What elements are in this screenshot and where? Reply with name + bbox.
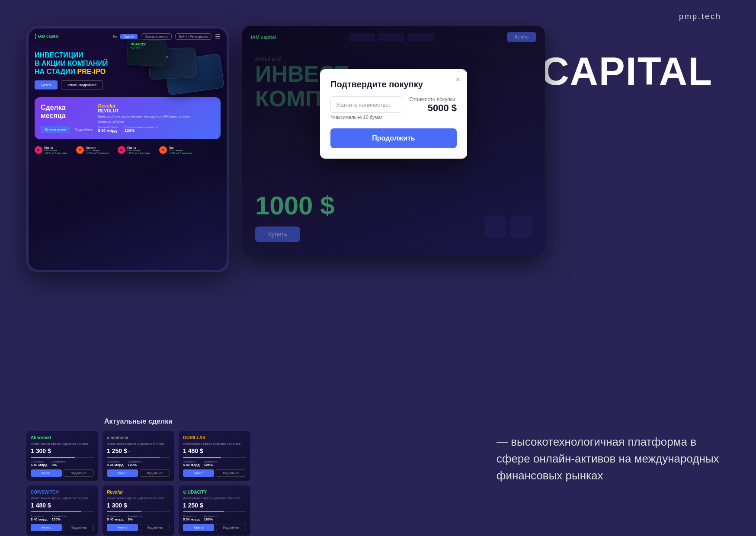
- ticker-icon-3: T: [159, 146, 167, 154]
- ticker-change-3: +40% за 7 месяцев: [169, 152, 192, 154]
- tablet-mockup: ⟩ IAM capital Ru Сделки Заказать звонок …: [26, 26, 229, 272]
- logo-icon: ⟩: [35, 33, 37, 39]
- deal-card-2: GORILLAS Инвестиции в сфере цифрового би…: [178, 431, 251, 482]
- deal-detail-btn-0[interactable]: Подробнее: [64, 469, 94, 477]
- deal-subtitle-1: Инвестиции в сфере цифрового бизнеса: [107, 442, 170, 446]
- deal-buy-btn-1[interactable]: Купить: [107, 469, 138, 477]
- tablet-logo-text: IAM capital: [38, 34, 59, 38]
- nav-auth-btn[interactable]: Войти / Регистрация: [175, 33, 211, 40]
- deal-stats-2: Стоимость $ 40 млрд Доходность 125%: [183, 460, 246, 467]
- deal-price-2: 1 480 $: [183, 447, 246, 454]
- deal-stats-5: Стоимость $ 34 млрд Доходность 160%: [183, 515, 246, 521]
- deal-detail-btn[interactable]: Подробнее: [75, 126, 93, 133]
- tablet-inner: ⟩ IAM capital Ru Сделки Заказать звонок …: [29, 29, 227, 270]
- deal-logo-2: GORILLAS: [183, 435, 246, 440]
- deal-stat-yield-3: 150%: [52, 517, 66, 521]
- deal-company-name: Revolut: [98, 103, 215, 108]
- deal-stat-vol-1: $ 24 млрд: [107, 463, 124, 467]
- deal-company-title: REVOLUT: [98, 108, 215, 113]
- hero-title-line1: ИНВЕСТИЦИИ: [35, 51, 83, 59]
- deal-progress-bar-0: [31, 457, 75, 458]
- hero-more-btn[interactable]: Узнать подробнее: [61, 80, 103, 89]
- modal-price-group: Стоимость покупки: 5000 $: [409, 96, 457, 114]
- deal-detail-btn-5[interactable]: Подробнее: [216, 524, 246, 531]
- bottom-section: Актуальные сделки Abnormal Инвестиции в …: [26, 418, 251, 536]
- screenshot-bg: IAM capital Купить APPLE & W ИНВЕСТ КОМП…: [242, 26, 545, 255]
- ticker-change-2: +17% за 6 месяцев: [127, 152, 151, 154]
- deal-stats-1: Стоимость $ 24 млрд Доходность 120%: [107, 460, 170, 467]
- ticker-item-0: K Klarna 0.01 акций +17% за 6 месяцев: [35, 146, 74, 154]
- deal-stats: Торговый объём $ 40 млрд Потенциальная д…: [98, 126, 215, 133]
- deal-stat-vol-4: $ 40 млрд: [107, 517, 124, 521]
- deal-logo-1: ● animoca: [107, 435, 170, 440]
- ticker-item-3: T Tan от 01 акций +40% за 7 месяцев: [159, 146, 198, 154]
- ticker-row: K Klarna 0.01 акций +17% за 6 месяцев T …: [29, 143, 227, 156]
- deal-price-0: 1 300 $: [31, 447, 94, 454]
- deal-buy-btn[interactable]: Купить акции: [41, 126, 70, 133]
- modal-title: Подтвердите покупку: [330, 80, 457, 89]
- modal-continue-btn[interactable]: Продолжить: [330, 128, 457, 148]
- deal-desc: Инвестируйте в акции компании на стадии …: [98, 115, 215, 118]
- deal-detail-btn-3[interactable]: Подробнее: [64, 524, 94, 531]
- deal-logo-3: COINSWITCH: [31, 490, 94, 495]
- deal-logo-4: Revolut: [107, 490, 170, 495]
- deal-buy-btn-4[interactable]: Купить: [107, 524, 138, 531]
- deal-card-1: ● animoca Инвестиции в сфере цифрового б…: [102, 431, 175, 482]
- volume-value: $ 40 млрд: [98, 128, 118, 133]
- nav-call-btn[interactable]: Заказать звонок: [141, 33, 171, 40]
- ticker-item-2: K Klarna 0.01 акций +17% за 6 месяцев: [118, 146, 157, 154]
- ss-nav: IAM capital Купить: [242, 26, 545, 48]
- deal-detail-btn-4[interactable]: Подробнее: [140, 524, 170, 531]
- right-screenshot: IAM capital Купить APPLE & W ИНВЕСТ КОМП…: [242, 26, 545, 255]
- ss-logo: IAM capital: [251, 35, 276, 40]
- deal-progress-5: [183, 511, 246, 512]
- deal-stat-vol-2: $ 40 млрд: [183, 463, 200, 467]
- ticker-icon-1: T: [76, 146, 84, 154]
- nav-lang: Ru: [113, 35, 117, 38]
- ss-nav-btn[interactable]: Купить: [507, 32, 536, 42]
- quantity-input[interactable]: [330, 96, 402, 113]
- deal-of-month: Сделкамесяца Купить акции Подробнее Revo…: [35, 97, 221, 139]
- deal-progress-1: [107, 457, 170, 458]
- modal-price-label: Стоимость покупки:: [409, 96, 457, 102]
- deal-logo-0: Abnormal: [31, 435, 94, 440]
- hero-title-line2: В АКЦИИ КОМПАНИЙ: [35, 60, 108, 67]
- deal-progress-4: [107, 511, 170, 512]
- deal-buy-btn-2[interactable]: Купить: [183, 469, 214, 477]
- volume-label: Торговый объём: [98, 126, 118, 128]
- pmp-tech-label: pmp.tech: [679, 12, 721, 21]
- deals-grid: Abnormal Инвестиции в сфере цифрового би…: [26, 431, 251, 536]
- yield-value: 120%: [125, 128, 158, 133]
- ticker-icon-0: K: [35, 146, 42, 154]
- ticker-change-0: +17% за 6 месяцев: [44, 152, 67, 154]
- hero-buy-btn[interactable]: Купить: [35, 80, 58, 89]
- deal-stat-yield-1: 120%: [128, 463, 142, 467]
- deal-progress-bar-3: [31, 511, 81, 512]
- menu-icon[interactable]: ☰: [215, 33, 221, 40]
- deal-progress-bar-5: [183, 511, 224, 512]
- deal-buy-btn-0[interactable]: Купить: [31, 469, 62, 477]
- deal-card-0: Abnormal Инвестиции в сфере цифрового би…: [26, 431, 99, 482]
- deal-subtitle-4: Инвестиции в сфере цифрового бизнеса: [107, 496, 170, 500]
- deal-detail-btn-2[interactable]: Подробнее: [216, 469, 246, 477]
- deal-price-3: 1 480 $: [31, 502, 94, 509]
- deal-card-5: ⊙ UDACITY Инвестиции в сфере цифрового б…: [178, 485, 251, 536]
- ticker-change-1: +40% за 7 месяцев: [86, 152, 109, 154]
- ss-mini-card-1: [510, 216, 532, 238]
- deal-stat-yield-0: 8%: [52, 463, 66, 467]
- ticker-name-1: Tantum: [86, 146, 109, 149]
- deal-remaining: Осталось 10 бумаг: [98, 120, 215, 123]
- ss-mini-card-0: [484, 216, 506, 238]
- ticker-name-0: Klarna: [44, 146, 67, 149]
- deal-stat-vol-3: $ 40 млрд: [31, 517, 48, 521]
- deal-stat-vol-5: $ 34 млрд: [183, 517, 200, 521]
- modal-price-value: 5000 $: [409, 102, 457, 114]
- ss-buy-btn[interactable]: Купить: [255, 227, 300, 242]
- deal-detail-btn-1[interactable]: Подробнее: [140, 469, 170, 477]
- deal-buy-btn-5[interactable]: Купить: [183, 524, 214, 531]
- deal-stat-yield-2: 125%: [204, 463, 218, 467]
- deal-buy-btn-3[interactable]: Купить: [31, 524, 62, 531]
- deal-price-1: 1 250 $ *: [107, 447, 170, 454]
- nav-deals-btn[interactable]: Сделки: [120, 34, 138, 39]
- modal-close-btn[interactable]: ×: [455, 75, 460, 84]
